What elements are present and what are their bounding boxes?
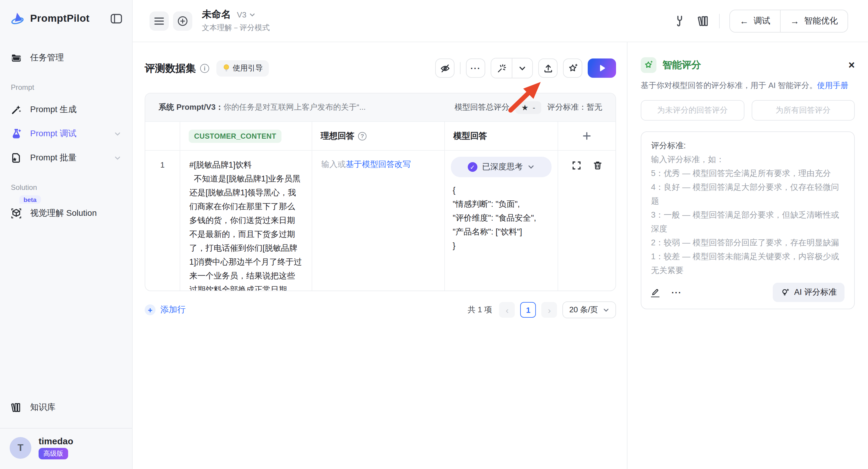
page-title: 评测数据集 [145, 61, 196, 75]
criteria-placeholder[interactable]: 输入评分标准，如： 5：优秀 — 模型回答完全满足所有要求，理由充分 4：良好 … [651, 153, 844, 278]
prev-page-button[interactable]: ‹ [499, 302, 515, 318]
forward-arrow-icon: → [790, 16, 799, 26]
score-all-button[interactable]: 为所有回答评分 [751, 100, 855, 121]
sidebar-section-prompt: Prompt [6, 83, 126, 92]
more-actions-button[interactable]: ··· [466, 59, 485, 78]
favorite-button[interactable] [563, 59, 582, 78]
question-icon[interactable]: ? [358, 132, 367, 140]
sidebar-item-prompt-debug[interactable]: Prompt 调试 [6, 122, 126, 146]
criteria-more-button[interactable]: ··· [672, 288, 682, 298]
mode-switch-group: ← 调试 → 智能优化 [730, 9, 848, 32]
ideal-placeholder: 输入或 [321, 160, 346, 169]
upload-icon [543, 63, 553, 73]
content: 评测数据集 i 使用引导 [133, 42, 868, 469]
upload-button[interactable] [538, 59, 558, 78]
ideal-answer-header[interactable]: 理想回答 ? [312, 122, 444, 150]
panel-description-text: 基于你对模型回答的评分标准，用于 AI 智能评分。 [641, 81, 817, 90]
new-session-button[interactable] [173, 11, 192, 30]
ideal-answer-cell[interactable]: 输入或基于模型回答改写 [312, 151, 444, 290]
bulb-sparkle-icon [781, 288, 790, 297]
rewrite-from-model-link[interactable]: 基于模型回答改写 [346, 160, 411, 169]
user-name: timedao [38, 436, 73, 446]
dataset-toolbar: ··· [435, 58, 616, 79]
sidebar-item-tasks[interactable]: 任务管理 [6, 46, 126, 70]
score-unscored-button[interactable]: 为未评分的回答评分 [641, 100, 744, 121]
debug-mode-label: 调试 [753, 15, 770, 26]
ai-criteria-button[interactable]: AI 评分标准 [773, 283, 844, 302]
user-account[interactable]: T timedao 高级版 [0, 428, 132, 469]
doc-title-block: 未命名 V3 文本理解－评分模式 [202, 8, 270, 33]
avatar: T [10, 437, 31, 459]
plus-icon [582, 131, 591, 140]
edit-criteria-button[interactable] [651, 288, 659, 297]
ideal-answer-label: 理想回答 [321, 130, 354, 142]
lightbulb-icon [222, 64, 230, 72]
version-label: V3 [237, 10, 247, 19]
table-header-row: CUSTOMER_CONTENT 理想回答 ? 模型回答 [145, 121, 615, 150]
total-score-label: 模型回答总评分 [455, 102, 509, 113]
sidebar-item-prompt-batch[interactable]: Prompt 批量 [6, 146, 126, 170]
expand-row-button[interactable] [571, 160, 581, 171]
edit-underline [651, 296, 659, 297]
ai-criteria-label: AI 评分标准 [794, 287, 837, 298]
criteria-title: 评分标准: [651, 139, 844, 153]
auto-score-button[interactable] [491, 59, 512, 78]
deep-think-toggle[interactable]: ✓ 已深度思考 [451, 157, 552, 177]
sidebar-collapse-button[interactable] [110, 13, 122, 24]
plan-badge: 高级版 [38, 448, 68, 459]
manual-link[interactable]: 使用手册 [817, 81, 848, 90]
model-answer-cell[interactable]: ✓ 已深度思考 { "情感判断": "负面", "评价维度": "食品安全", … [444, 151, 558, 290]
doc-subtitle: 文本理解－评分模式 [202, 23, 270, 33]
usage-guide-button[interactable]: 使用引导 [216, 60, 269, 76]
folder-icon [11, 53, 22, 63]
check-circle-icon: ✓ [468, 162, 477, 172]
criteria-status[interactable]: 评分标准：暂无 [547, 102, 602, 113]
main-section: 评测数据集 i 使用引导 [133, 42, 627, 469]
total-score-pill[interactable]: ★ - [516, 101, 541, 114]
panel-header: 智能评分 × [641, 57, 855, 73]
sidebar-item-label: 知识库 [30, 402, 56, 413]
sidebar-nav: 任务管理 Prompt Prompt 生成 Prompt 调试 [0, 37, 132, 225]
sidebar-item-vision-solution[interactable]: beta 视觉理解 Solution [6, 201, 126, 225]
delete-row-button[interactable] [592, 160, 602, 171]
eye-off-icon [440, 63, 450, 73]
total-score-value: - [532, 103, 535, 112]
close-icon[interactable]: × [848, 60, 855, 70]
sidebar-item-prompt-gen[interactable]: Prompt 生成 [6, 98, 126, 122]
page-size-value: 20 条/页 [569, 305, 598, 315]
model-answer-json[interactable]: { "情感判断": "负面", "评价维度": "食品安全", "产品名称": … [453, 183, 552, 253]
system-prompt-text[interactable]: 你的任务是对互联网上客户发布的关于“... [223, 102, 366, 113]
smart-optimize-button[interactable]: → 智能优化 [780, 10, 847, 32]
next-page-button[interactable]: › [541, 302, 557, 318]
tools-wrench-button[interactable] [673, 15, 685, 27]
dataset-table-card: 系统 Prompt/V3： 你的任务是对互联网上客户发布的关于“... 模型回答… [145, 93, 616, 291]
page-size-select[interactable]: 20 条/页 [563, 302, 616, 318]
customer-content-header[interactable]: CUSTOMER_CONTENT [180, 122, 312, 150]
hide-columns-button[interactable] [435, 59, 455, 78]
debug-mode-button[interactable]: ← 调试 [730, 10, 780, 32]
customer-content-cell[interactable]: #[脱敏品牌1]饮料 不知道是[脱敏品牌1]业务员黑还是[脱敏品牌1]领导黑心，… [180, 151, 312, 290]
panel-description: 基于你对模型回答的评分标准，用于 AI 智能评分。使用手册 [641, 79, 855, 92]
model-answer-header[interactable]: 模型回答 [444, 122, 558, 150]
menu-button[interactable] [150, 11, 169, 30]
panel-action-buttons: 为未评分的回答评分 为所有回答评分 [641, 100, 855, 121]
app-root: PromptPilot 任务管理 Prompt [0, 0, 868, 469]
add-row-button[interactable]: + 添加行 [145, 305, 186, 315]
version-selector[interactable]: V3 [237, 10, 255, 19]
current-page-button[interactable]: 1 [521, 302, 536, 318]
dataset-title-row: 评测数据集 i 使用引导 [145, 58, 616, 79]
info-icon[interactable]: i [200, 64, 209, 73]
library-button[interactable] [698, 15, 710, 27]
star-icon: ★ [521, 103, 528, 112]
run-button[interactable] [588, 59, 616, 78]
sidebar-item-label: Prompt 批量 [30, 153, 76, 163]
sidebar-item-knowledge[interactable]: 知识库 [6, 396, 126, 419]
promptpilot-logo-icon [10, 11, 25, 27]
system-prompt-label: 系统 Prompt/V3： [158, 102, 223, 113]
smart-optimize-label: 智能优化 [804, 15, 838, 26]
auto-score-dropdown[interactable] [512, 59, 532, 78]
add-column-button[interactable] [558, 122, 615, 150]
system-prompt-bar: 系统 Prompt/V3： 你的任务是对互联网上客户发布的关于“... 模型回答… [145, 93, 615, 121]
document-star-icon [11, 153, 22, 163]
flask-icon [11, 128, 22, 139]
